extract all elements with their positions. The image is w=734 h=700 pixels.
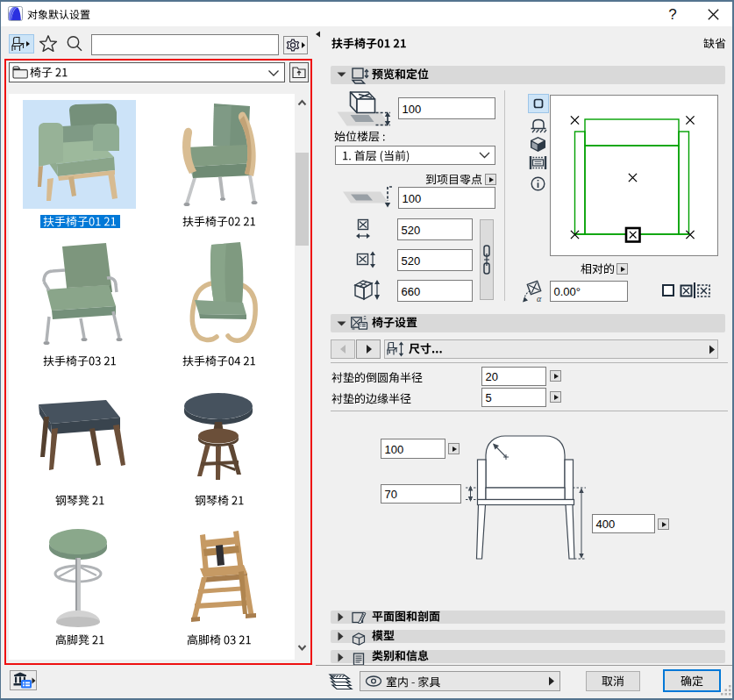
svg-text:α: α bbox=[537, 294, 542, 303]
